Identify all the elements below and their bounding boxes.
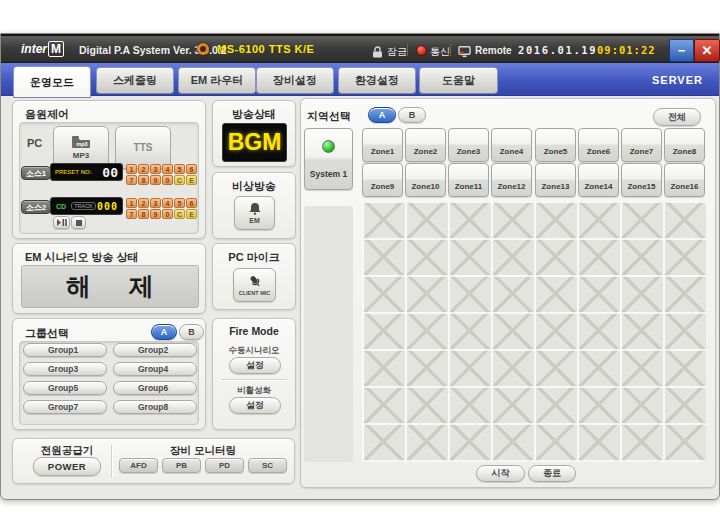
logo-inter-text: inter xyxy=(21,42,47,56)
group-button[interactable]: Group3 xyxy=(23,362,107,376)
group-button[interactable]: Group1 xyxy=(23,343,107,357)
zone-button[interactable]: Zone16 xyxy=(664,163,705,197)
time-display: 09:01:22 xyxy=(597,44,656,56)
zone-button[interactable]: Zone4 xyxy=(491,128,532,162)
group-button[interactable]: Group6 xyxy=(113,381,197,395)
zone-button[interactable]: Zone7 xyxy=(621,128,662,162)
group-select-title: 그룹선택 xyxy=(25,326,69,341)
tab-operation-mode[interactable]: 운영모드 xyxy=(13,66,91,98)
disable-label: 비활성화 xyxy=(213,385,295,397)
group-button[interactable]: Group4 xyxy=(113,362,197,376)
keypad-key[interactable]: 9 xyxy=(150,175,161,185)
fire-mode-divider xyxy=(221,379,287,380)
system-tile[interactable]: System 1 xyxy=(304,128,353,190)
keypad-key-enter[interactable]: E xyxy=(186,209,197,219)
tts-button[interactable]: TTS xyxy=(115,126,171,169)
keypad-key[interactable]: 6 xyxy=(186,164,197,174)
keypad-key[interactable]: 8 xyxy=(138,209,149,219)
group-button[interactable]: Group7 xyxy=(23,400,107,414)
source1-button[interactable]: 소스1 xyxy=(21,166,51,180)
power-monitor-divider xyxy=(111,445,113,477)
zone-button[interactable]: Zone3 xyxy=(448,128,489,162)
monitor-pd-button[interactable]: PD xyxy=(205,458,244,473)
keypad-key[interactable]: 7 xyxy=(126,209,137,219)
keypad-key[interactable]: 3 xyxy=(150,198,161,208)
start-button[interactable]: 시작 xyxy=(476,465,525,482)
select-all-button[interactable]: 전체 xyxy=(653,108,701,126)
keypad-key[interactable]: 8 xyxy=(138,175,149,185)
client-mic-button[interactable]: CLIENT MIC xyxy=(233,268,276,302)
zone-button[interactable]: Zone13 xyxy=(535,163,576,197)
stop-button[interactable] xyxy=(71,216,86,229)
zone-button[interactable]: Zone2 xyxy=(405,128,446,162)
monitor-sc-button[interactable]: SC xyxy=(248,458,287,473)
keypad-key[interactable]: 5 xyxy=(174,198,185,208)
comm-label: 통신 xyxy=(430,45,450,59)
keypad-key-clear[interactable]: C xyxy=(174,209,185,219)
tab-em-router[interactable]: EM 라우터 xyxy=(178,67,256,94)
zone-select-title: 지역선택 xyxy=(307,109,351,124)
monitor-afd-button[interactable]: AFD xyxy=(119,458,158,473)
zone-button[interactable]: Zone12 xyxy=(491,163,532,197)
zone-button[interactable]: Zone5 xyxy=(535,128,576,162)
source2-button[interactable]: 소스2 xyxy=(21,200,51,214)
em-button[interactable]: EM xyxy=(234,196,275,230)
keypad-key[interactable]: 2 xyxy=(138,164,149,174)
zone-button[interactable]: Zone1 xyxy=(362,128,403,162)
keypad-key[interactable]: 5 xyxy=(174,164,185,174)
keypad-key[interactable]: 9 xyxy=(150,209,161,219)
keypad-key[interactable]: 7 xyxy=(126,175,137,185)
em-scenario-title: EM 시나리오 방송 상태 xyxy=(25,250,139,265)
group-b-button[interactable]: B xyxy=(179,324,204,340)
pc-mic-title: PC 마이크 xyxy=(213,250,295,265)
interm-logo: interM xyxy=(21,42,64,56)
device-monitor-title: 장비 모니터링 xyxy=(117,444,289,458)
minimize-button[interactable]: − xyxy=(669,39,694,62)
play-pause-button[interactable] xyxy=(53,216,70,229)
zone-b-button[interactable]: B xyxy=(398,107,426,123)
keypad-key[interactable]: 2 xyxy=(138,198,149,208)
lock-icon[interactable] xyxy=(373,44,383,62)
zone-button[interactable]: Zone10 xyxy=(405,163,446,197)
zone-a-button[interactable]: A xyxy=(368,107,396,123)
zone-button[interactable]: Zone15 xyxy=(621,163,662,197)
zone-button[interactable]: Zone14 xyxy=(578,163,619,197)
keypad-key[interactable]: 1 xyxy=(126,164,137,174)
zone-button[interactable]: Zone9 xyxy=(362,163,403,197)
zone-button[interactable]: Zone8 xyxy=(664,128,705,162)
tab-device-settings[interactable]: 장비설정 xyxy=(256,67,334,94)
em-button-label: EM xyxy=(249,217,260,224)
power-monitor-panel: 전원공급기 POWER 장비 모니터링 AFD PB PD SC xyxy=(12,438,295,484)
close-button[interactable]: ✕ xyxy=(694,39,720,62)
zone-button[interactable]: Zone6 xyxy=(578,128,619,162)
keypad-key[interactable]: 0 xyxy=(162,209,173,219)
group-button[interactable]: Group2 xyxy=(113,343,197,357)
keypad-key-enter[interactable]: E xyxy=(186,175,197,185)
group-button[interactable]: Group8 xyxy=(113,400,197,414)
group-button[interactable]: Group5 xyxy=(23,381,107,395)
monitor-pb-button[interactable]: PB xyxy=(162,458,201,473)
pc-mic-panel: PC 마이크 CLIENT MIC xyxy=(212,243,296,310)
manual-scenario-label: 수동시나리오 xyxy=(213,345,295,357)
keypad-key[interactable]: 0 xyxy=(162,175,173,185)
tabbar: 운영모드 스케줄링 EM 라우터 장비설정 환경설정 도움말 SERVER xyxy=(1,63,719,96)
group-a-button[interactable]: A xyxy=(151,324,177,340)
server-label: SERVER xyxy=(652,74,703,86)
zone-button[interactable]: Zone11 xyxy=(448,163,489,197)
disable-set-button[interactable]: 설정 xyxy=(229,397,281,414)
power-button[interactable]: POWER xyxy=(33,457,101,476)
manual-scenario-set-button[interactable]: 설정 xyxy=(229,357,281,374)
keypad-key-clear[interactable]: C xyxy=(174,175,185,185)
tab-environment-settings[interactable]: 환경설정 xyxy=(338,67,416,94)
keypad-key[interactable]: 4 xyxy=(162,198,173,208)
keypad-key[interactable]: 1 xyxy=(126,198,137,208)
stop-icon xyxy=(76,218,82,228)
keypad-key[interactable]: 3 xyxy=(150,164,161,174)
bgm-display: BGM xyxy=(222,123,287,162)
stop-end-button[interactable]: 종료 xyxy=(528,465,576,482)
tab-help[interactable]: 도움말 xyxy=(419,67,498,94)
keypad-key[interactable]: 4 xyxy=(162,164,173,174)
tab-scheduling[interactable]: 스케줄링 xyxy=(96,67,174,94)
keypad-key[interactable]: 6 xyxy=(186,198,197,208)
source2-keypad: 1 2 3 4 5 6 7 8 9 0 C E xyxy=(126,198,197,219)
